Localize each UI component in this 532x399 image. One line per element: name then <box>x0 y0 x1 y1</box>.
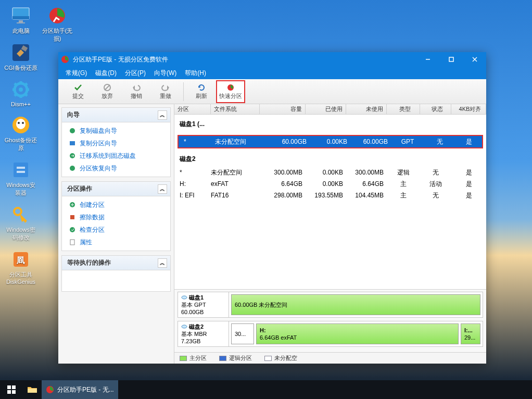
minimize-button[interactable] <box>416 52 439 67</box>
disk-icon <box>181 295 187 300</box>
disc-icon <box>10 159 31 180</box>
desktop-icon-label: 此电脑 <box>12 27 30 35</box>
col-capacity[interactable]: 容量 <box>260 104 306 114</box>
desktop-icon-ghost[interactable]: Ghost备份还原 <box>4 115 37 152</box>
op-wipe-data[interactable]: 擦除数据 <box>62 211 170 223</box>
folder-icon <box>27 385 37 394</box>
undo-icon <box>131 83 142 92</box>
toolbar-separator <box>183 82 184 101</box>
disk-icon <box>181 324 187 329</box>
op-create-partition[interactable]: 创建分区 <box>62 198 170 211</box>
maximize-button[interactable] <box>439 52 463 67</box>
op-check-partition[interactable]: 检查分区 <box>62 223 170 236</box>
svg-rect-34 <box>70 141 75 145</box>
toolbar: 提交 放弃 撤销 重做 刷新 快速分区 <box>58 79 486 104</box>
diskmap-disk1[interactable]: 磁盘1基本 GPT60.00GB 60.00GB 未分配空间 <box>178 292 483 318</box>
pending-panel-title: 等待执行的操作 <box>67 258 111 267</box>
start-button[interactable] <box>0 380 23 399</box>
svg-rect-27 <box>449 57 453 61</box>
check-partition-icon <box>67 226 78 234</box>
partition-block[interactable]: I:...29... <box>461 323 480 344</box>
col-type[interactable]: 类型 <box>387 104 420 114</box>
wizard-migrate-ssd[interactable]: 迁移系统到固态磁盘 <box>62 149 170 162</box>
desktop-icon-diskgenius[interactable]: 凮 分区工具DiskGenius <box>4 249 37 285</box>
taskbar-app-label: 分区助手PE版 - 无... <box>57 385 114 394</box>
quick-partition-button[interactable]: 快速分区 <box>216 80 245 103</box>
table-row[interactable]: * 未分配空间 60.00GB 0.00KB 60.00GB GPT 无 是 <box>179 136 482 147</box>
check-icon <box>73 83 83 92</box>
table-row[interactable]: I: EFIFAT16298.00MB193.55MB104.45MB主无是 <box>174 190 486 201</box>
disk1-section[interactable]: 磁盘1 (... <box>174 115 486 132</box>
close-button[interactable] <box>463 52 486 67</box>
highlighted-selection: * 未分配空间 60.00GB 0.00KB 60.00GB GPT 无 是 <box>178 135 483 148</box>
app-icon <box>46 385 54 394</box>
refresh-button[interactable]: 刷新 <box>187 80 216 103</box>
partition-icon <box>47 5 68 26</box>
svg-rect-1 <box>12 16 29 19</box>
desktop-icon-label: Windows安装器 <box>4 181 37 197</box>
diskmap-disk2[interactable]: 磁盘2基本 MBR7.23GB 30... H:6.64GB exFAT I:.… <box>178 321 483 347</box>
undo-button[interactable]: 撤销 <box>122 80 151 103</box>
redo-button[interactable]: 重做 <box>151 80 180 103</box>
svg-rect-20 <box>14 163 28 177</box>
file-explorer-button[interactable] <box>23 380 42 399</box>
desktop-icon-dism[interactable]: Dism++ <box>4 79 37 107</box>
partition-block[interactable]: H:6.64GB exFAT <box>256 323 459 344</box>
taskbar-app-button[interactable]: 分区助手PE版 - 无... <box>42 380 118 399</box>
sidebar: 向导︽ 复制磁盘向导 复制分区向导 迁移系统到固态磁盘 分区恢复向导 分区操作︽… <box>58 104 174 364</box>
svg-point-7 <box>19 88 23 92</box>
svg-rect-45 <box>7 390 11 394</box>
properties-icon <box>67 238 78 246</box>
partition-block[interactable]: 30... <box>231 323 254 344</box>
svg-text:凮: 凮 <box>16 256 25 265</box>
col-partition[interactable]: 分区 <box>174 104 211 114</box>
svg-rect-44 <box>12 385 16 389</box>
table-row[interactable]: *未分配空间300.00MB0.00KB300.00MB逻辑无是 <box>174 167 486 178</box>
menu-partition[interactable]: 分区(P) <box>122 68 149 79</box>
svg-line-14 <box>25 83 27 85</box>
wizard-copy-partition[interactable]: 复制分区向导 <box>62 137 170 149</box>
desktop-icon-this-pc[interactable]: 此电脑 <box>4 5 37 35</box>
wizard-copy-disk[interactable]: 复制磁盘向导 <box>62 124 170 137</box>
collapse-button[interactable]: ︽ <box>158 258 167 268</box>
desktop-icon-paragon[interactable]: 分区助手(无 损) <box>41 5 74 43</box>
commit-button[interactable]: 提交 <box>64 80 93 103</box>
discard-button[interactable]: 放弃 <box>93 80 122 103</box>
svg-point-39 <box>70 227 75 232</box>
desktop-icon-cgi[interactable]: CGI备份还原 <box>4 42 37 72</box>
legend-unallocated: 未分配空 <box>264 354 297 362</box>
desktop-icon-password[interactable]: Windows密码修改 <box>4 204 37 242</box>
disk2-section[interactable]: 磁盘2 <box>174 149 486 167</box>
menu-disk[interactable]: 磁盘(D) <box>92 68 120 79</box>
svg-point-19 <box>22 122 24 124</box>
col-used[interactable]: 已使用 <box>306 104 346 114</box>
pending-panel: 等待执行的操作︽ <box>61 255 171 292</box>
collapse-button[interactable]: ︽ <box>158 110 167 120</box>
disk-map: 磁盘1基本 GPT60.00GB 60.00GB 未分配空间 磁盘2基本 MBR… <box>174 289 486 352</box>
collapse-button[interactable]: ︽ <box>158 184 167 194</box>
wizard-panel: 向导︽ 复制磁盘向导 复制分区向导 迁移系统到固态磁盘 分区恢复向导 <box>61 107 171 177</box>
menu-general[interactable]: 常规(G) <box>62 68 90 79</box>
desktop-icon-wininstall[interactable]: Windows安装器 <box>4 159 37 197</box>
app-icon <box>60 55 70 64</box>
svg-rect-43 <box>7 385 11 389</box>
menu-wizard[interactable]: 向导(W) <box>151 68 180 79</box>
col-filesystem[interactable]: 文件系统 <box>211 104 260 114</box>
partition-block[interactable]: 60.00GB 未分配空间 <box>231 294 480 315</box>
svg-point-18 <box>18 122 20 124</box>
col-status[interactable]: 状态 <box>420 104 451 114</box>
gear-icon <box>10 79 31 100</box>
titlebar[interactable]: 分区助手PE版 - 无损分区免费软件 <box>58 52 486 67</box>
op-properties[interactable]: 属性 <box>62 236 170 248</box>
svg-point-21 <box>14 208 21 215</box>
col-4kb[interactable]: 4KB对齐 <box>451 104 486 114</box>
menu-help[interactable]: 帮助(H) <box>182 68 209 79</box>
table-row[interactable]: H:exFAT6.64GB0.00KB6.64GB主活动是 <box>174 178 486 190</box>
svg-rect-47 <box>28 389 37 393</box>
col-free[interactable]: 未使用 <box>346 104 387 114</box>
wizard-panel-title: 向导 <box>67 110 80 119</box>
svg-rect-3 <box>17 22 25 23</box>
wizard-recover[interactable]: 分区恢复向导 <box>62 162 170 174</box>
monitor-icon <box>10 5 31 26</box>
discard-icon <box>102 83 112 92</box>
